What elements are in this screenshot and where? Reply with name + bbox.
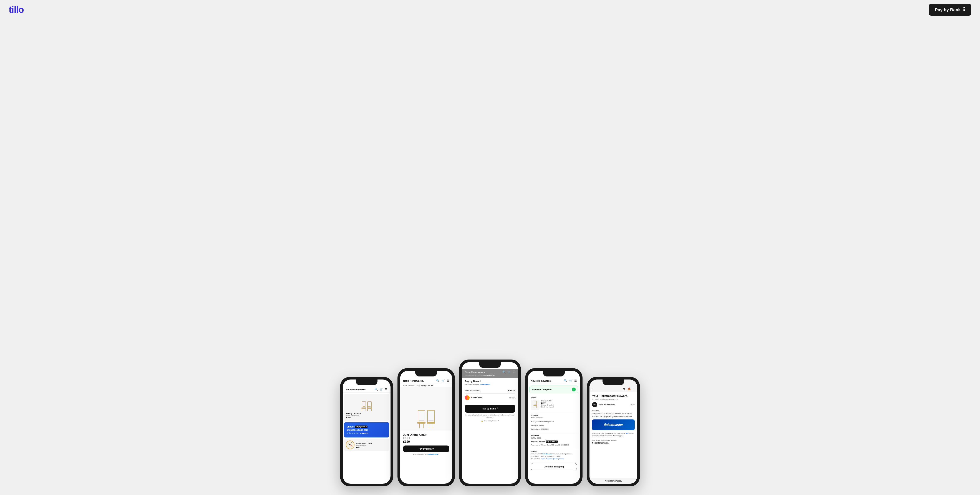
pay-bank-btn-label-3: Pay by Bank ⠿ bbox=[482, 407, 498, 410]
back-icon[interactable]: ← bbox=[592, 387, 594, 390]
payment-complete-banner: Payment Complete ✓ bbox=[530, 386, 578, 393]
disclaimer-3: By tapping 'Pay by Bank' you agree to th… bbox=[465, 414, 515, 418]
breadcrumb-3: Home / Furniture / Dining / Dining Chair… bbox=[465, 374, 515, 376]
shop-name-4: Neue Homewares. bbox=[531, 379, 552, 382]
archive-icon[interactable]: 📥 bbox=[627, 387, 631, 390]
search-icon-2[interactable]: 🔍 bbox=[436, 379, 440, 382]
check-circle: ✓ bbox=[572, 387, 576, 392]
product-sub-1: Birch Hardwood bbox=[346, 415, 387, 417]
cart-icon-4[interactable]: 🛒 bbox=[569, 379, 573, 382]
powered-by: 🔒 Powered by Banked ⠿ bbox=[465, 420, 515, 422]
reference-date: 01 May 2023 bbox=[531, 437, 577, 439]
phone-3: Neue Homewares. 🔍 🛒 ☰ Home / Furniture /… bbox=[459, 360, 521, 486]
clock-price: £99 bbox=[356, 447, 388, 449]
monzo-icon bbox=[465, 395, 469, 400]
chair-image bbox=[358, 396, 375, 411]
product-card-clock[interactable]: Silent Wall Clock Maple Hoop £99 bbox=[344, 439, 389, 451]
cart-icon-3[interactable]: 🛒 bbox=[508, 370, 511, 374]
email-time: 15:37 bbox=[630, 404, 635, 406]
reward-text: You've earned ticketmaster rewards on th… bbox=[531, 453, 577, 460]
bank-row: Monzo Bank Change bbox=[465, 393, 515, 402]
checkout-merchant-row: Neue Homewares £199.00 bbox=[465, 388, 515, 393]
pay-by-bank-header-label: Pay by Bank bbox=[935, 7, 961, 13]
shop-icons-1: 🔍 🛒 ☰ bbox=[374, 388, 388, 391]
checkout-gray-header: Neue Homewares. 🔍 🛒 ☰ Home / Furniture /… bbox=[462, 369, 518, 378]
shop-icons-3: 🔍 🛒 ☰ bbox=[502, 370, 515, 374]
change-bank-link[interactable]: Change bbox=[509, 397, 515, 399]
shop-header-1: Neue Homewares. 🔍 🛒 ☰ bbox=[343, 386, 391, 392]
approved-text: Approved by Monzo Bank / ID: bnkdDwUXGQE… bbox=[531, 444, 577, 446]
email-nav-icons: 🗑 📥 ⋮ bbox=[623, 387, 635, 390]
reward-label: Reward bbox=[531, 450, 577, 452]
notch-1 bbox=[356, 379, 377, 385]
method-label: Payment Method bbox=[531, 441, 545, 443]
notch-3 bbox=[479, 362, 501, 368]
shipping-email: astrid_faulkner@example.com bbox=[531, 420, 577, 423]
sender-avatar: NH bbox=[592, 402, 597, 407]
order-sub: Birch Hardwood bbox=[541, 406, 577, 408]
notch-5 bbox=[603, 379, 624, 385]
order-section: Items Order #9476 £199 Dini bbox=[528, 395, 580, 413]
merchant-label: Neue Homewares bbox=[465, 389, 480, 392]
cart-icon-2[interactable]: 🛒 bbox=[441, 379, 445, 382]
shop-header-4: Neue Homewares. 🔍 🛒 ☰ bbox=[528, 377, 580, 384]
product-name-1: Dining Chair Set bbox=[346, 412, 387, 415]
search-icon-1[interactable]: 🔍 bbox=[374, 388, 378, 391]
order-conf-price: £199 bbox=[541, 402, 577, 404]
shop-name-1: Neue Homewares. bbox=[346, 388, 366, 391]
shipping-section: Shipping Astrid Faulkner astrid_faulkner… bbox=[528, 413, 580, 433]
bank-logo: Monzo Bank bbox=[465, 395, 482, 400]
menu-icon-4[interactable]: ☰ bbox=[574, 379, 577, 382]
phone-2: Neue Homewares. 🔍 🛒 ☰ Home / Furniture /… bbox=[398, 368, 455, 486]
breadcrumb-2: Home / Furniture / Dining / Dining Chair… bbox=[400, 384, 452, 387]
notch-4 bbox=[543, 371, 565, 376]
phone-5: ← 🗑 📥 ⋮ Your Ticketmaster Reward. To: as… bbox=[587, 377, 640, 486]
order-chair-img bbox=[531, 400, 539, 410]
payment-complete-text: Payment Complete bbox=[532, 389, 552, 391]
trash-icon[interactable]: 🗑 bbox=[623, 387, 626, 390]
logo: tillo bbox=[9, 5, 24, 15]
order-desc: Dining Chair Set bbox=[541, 404, 577, 406]
email-footer-neue: Neue Homewares. bbox=[589, 478, 637, 484]
product-card-chair[interactable]: Dining Chair Set Birch Hardwood £199 bbox=[344, 394, 389, 421]
menu-icon-3[interactable]: ☰ bbox=[512, 370, 515, 374]
earn-rewards-2: Earn Rewards with ticketmaster. bbox=[403, 454, 449, 455]
email-greeting: Hi Astrid, Congratulations! You've earne… bbox=[592, 409, 635, 418]
neue-sign: Neue Homewares. bbox=[592, 442, 609, 444]
pay-by-bank-button-2[interactable]: Pay by Bank ⠿ bbox=[403, 446, 449, 452]
shipping-name: Astrid Faulkner bbox=[531, 417, 577, 419]
continue-shopping-button[interactable]: Continue Shopping bbox=[531, 463, 577, 470]
reference-section: Reference 01 May 2023 Payment Method Pay… bbox=[528, 433, 580, 449]
pay-by-bank-header: Pay by Bank ⠿ bbox=[465, 380, 515, 383]
cart-icon-1[interactable]: 🛒 bbox=[380, 388, 383, 391]
menu-icon-2[interactable]: ☰ bbox=[447, 379, 449, 382]
shop-name-2: Neue Homewares. bbox=[403, 379, 424, 382]
method-badge: Pay by Bank ⠿ bbox=[546, 441, 558, 443]
pay-bank-btn-label-2: Pay by Bank ⠿ bbox=[418, 448, 434, 450]
promo-brand: ticketmaster bbox=[347, 432, 360, 435]
reward-email: astrid_faulkner@example.com bbox=[541, 458, 565, 460]
email-nav: ← 🗑 📥 ⋮ bbox=[589, 386, 637, 392]
product-image-lg bbox=[400, 387, 452, 430]
shipping-addr2: Owensbury, OT2 59EB bbox=[531, 428, 577, 430]
pay-by-bank-button-3[interactable]: Pay by Bank ⠿ bbox=[465, 405, 515, 413]
earn-line-3: Earn Rewards with ticketmaster bbox=[465, 384, 515, 386]
shipping-label: Shipping bbox=[531, 414, 577, 416]
promo-choose: Choose bbox=[347, 425, 355, 428]
items-label: Items bbox=[531, 397, 577, 398]
email-sender-row: NH Neue Homewares. 15:37 bbox=[592, 402, 635, 407]
pay-by-bank-header-badge[interactable]: Pay by Bank ⠿ bbox=[929, 4, 971, 16]
product-subtitle: Set of 2 bbox=[403, 437, 449, 439]
sender-name: Neue Homewares. bbox=[598, 404, 616, 406]
search-icon-4[interactable]: 🔍 bbox=[564, 379, 567, 382]
bank-name: Monzo Bank bbox=[471, 397, 482, 399]
more-icon[interactable]: ⋮ bbox=[633, 387, 635, 390]
product-list-1: Dining Chair Set Birch Hardwood £199 Cho… bbox=[343, 392, 391, 452]
search-icon-3[interactable]: 🔍 bbox=[502, 370, 506, 374]
order-item-info: Order #9476 £199 Dining Chair Set Birch … bbox=[541, 400, 577, 408]
order-number: Order #9476 bbox=[541, 400, 577, 402]
product-detail-info: Juhl Dining Chair Set of 2 £199 Pay by B… bbox=[400, 430, 452, 458]
menu-icon-1[interactable]: ☰ bbox=[385, 388, 388, 391]
shop-header-2: Neue Homewares. 🔍 🛒 ☰ bbox=[400, 377, 452, 384]
reward-section: Reward You've earned ticketmaster reward… bbox=[528, 449, 580, 461]
